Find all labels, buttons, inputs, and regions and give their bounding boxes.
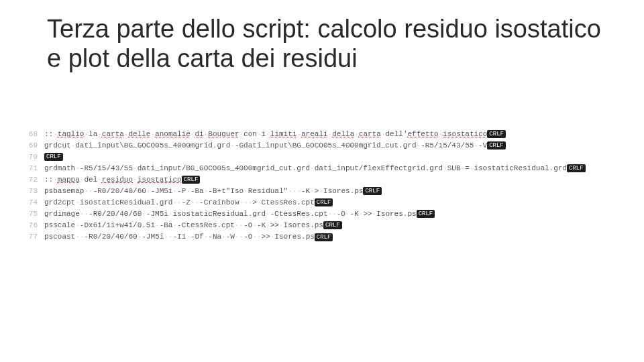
line-number: 76: [23, 220, 44, 231]
line-number: 72: [23, 174, 44, 186]
code-line: 69grdcut·dati_input\BG_GOCO05s_4000mgrid…: [23, 140, 628, 152]
code-line: 70CRLF: [23, 152, 628, 163]
slide-title: Terza parte dello script: calcolo residu…: [47, 15, 604, 73]
code-line: 71grdmath·-R5/15/43/55·dati_input/BG_GOC…: [23, 163, 628, 174]
line-number: 74: [23, 197, 44, 208]
line-content: ::·mappa·del·residuo·isostaticoCRLF: [44, 174, 200, 186]
line-number: 77: [23, 231, 44, 243]
line-number: 69: [23, 140, 44, 152]
line-content: psscale·-Dx6i/1i+w4i/0.5i·-Ba·-CtessRes.…: [44, 220, 342, 231]
line-content: pscoast··-R0/20/40/60·-JM5i··-I1·-Df·-Na…: [44, 231, 333, 243]
slide: Terza parte dello script: calcolo residu…: [0, 0, 644, 362]
line-content: grdimage··-R0/20/40/60·-JM5i·isostaticRe…: [44, 208, 435, 220]
code-block: 68::·taglio·la·carta·delle·anomalie·di·B…: [23, 129, 628, 243]
code-line: 77pscoast··-R0/20/40/60·-JM5i··-I1·-Df·-…: [23, 231, 628, 243]
line-number: 70: [23, 152, 44, 163]
line-content: psbasemap··-R0/20/40/60·-JM5i·-P·-Ba·-B+…: [44, 186, 382, 197]
line-content: grdmath·-R5/15/43/55·dati_input/BG_GOCO0…: [44, 163, 586, 174]
line-content: grdcut·dati_input\BG_GOCO05s_4000mgrid.g…: [44, 140, 506, 152]
code-line: 68::·taglio·la·carta·delle·anomalie·di·B…: [23, 129, 628, 140]
line-number: 68: [23, 129, 44, 140]
code-line: 76psscale·-Dx6i/1i+w4i/0.5i·-Ba·-CtessRe…: [23, 220, 628, 231]
line-content: CRLF: [44, 152, 63, 163]
line-number: 75: [23, 208, 44, 220]
code-line: 72::·mappa·del·residuo·isostaticoCRLF: [23, 174, 628, 186]
code-line: 73psbasemap··-R0/20/40/60·-JM5i·-P·-Ba·-…: [23, 186, 628, 197]
code-line: 74grd2cpt·isostaticResidual.grd··-Z··-Cr…: [23, 197, 628, 208]
line-content: ::·taglio·la·carta·delle·anomalie·di·Bou…: [44, 129, 506, 140]
line-number: 73: [23, 186, 44, 197]
line-content: grd2cpt·isostaticResidual.grd··-Z··-Crai…: [44, 197, 333, 208]
code-line: 75grdimage··-R0/20/40/60·-JM5i·isostatic…: [23, 208, 628, 220]
line-number: 71: [23, 163, 44, 174]
